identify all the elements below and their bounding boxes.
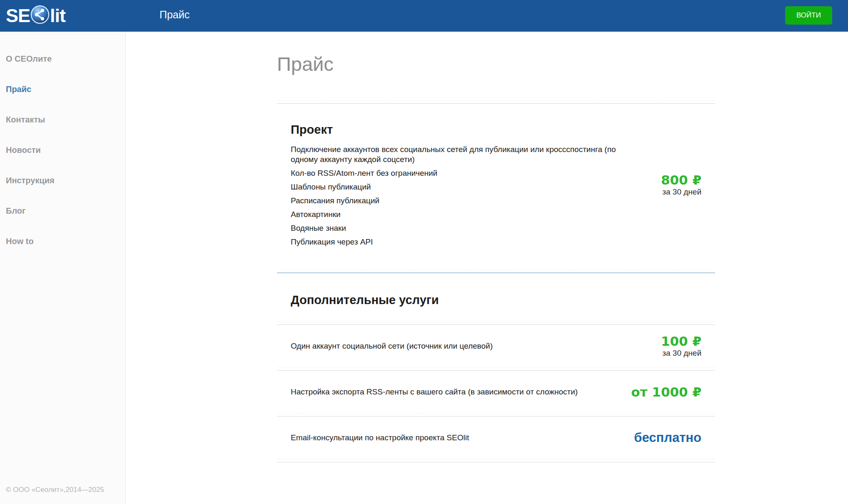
project-price-block: 800 ₽ за 30 дней xyxy=(661,173,701,197)
service-label: Один аккаунт социальной сети (источник и… xyxy=(291,341,493,351)
sidebar-item-blog[interactable]: Блог xyxy=(6,205,125,217)
services-heading: Дополнительные услуги xyxy=(291,292,701,307)
service-price-free: бесплатно xyxy=(634,431,701,444)
divider xyxy=(277,100,715,104)
header-page-title: Прайс xyxy=(160,9,190,21)
sidebar-item-howto[interactable]: How to xyxy=(6,236,125,247)
feature-item: Шаблоны публикаций xyxy=(291,182,624,192)
sidebar-item-instruction[interactable]: Инструкция xyxy=(6,175,125,186)
project-section: Проект Подключение аккаунтов всех социал… xyxy=(277,122,715,251)
service-price-period: за 30 дней xyxy=(661,348,701,358)
sidebar-item-price[interactable]: Прайс xyxy=(6,84,125,95)
divider xyxy=(277,459,715,462)
service-row: Один аккаунт социальной сети (источник и… xyxy=(277,325,715,367)
page-title: Прайс xyxy=(277,52,715,76)
feature-item: Автокартинки xyxy=(291,210,624,220)
service-price-block: 100 ₽ за 30 дней xyxy=(661,334,701,358)
feature-item: Расписания публикаций xyxy=(291,196,624,206)
logo-text-se: SE xyxy=(6,5,30,27)
service-price-block: бесплатно xyxy=(634,431,701,444)
sidebar-item-about[interactable]: О СЕОлите xyxy=(6,53,125,65)
feature-item: Кол-во RSS/Atom-лент без ограничений xyxy=(291,168,624,178)
logo-text-lit: lit xyxy=(50,5,65,27)
main-content: Прайс Проект Подключение аккаунтов всех … xyxy=(277,32,715,504)
feature-item: Водяные знаки xyxy=(291,223,624,233)
feature-item: Публикация через API xyxy=(291,237,624,247)
section-divider-blue xyxy=(277,269,715,273)
feature-list: Подключение аккаунтов всех социальных се… xyxy=(291,145,624,251)
feature-item: Подключение аккаунтов всех социальных се… xyxy=(291,145,624,165)
sidebar-item-contacts[interactable]: Контакты xyxy=(6,114,125,125)
service-row: Email-консультации по настройке проекта … xyxy=(277,417,715,459)
top-header: SE lit Прайс ВОЙТИ xyxy=(0,0,848,32)
sidebar-nav: О СЕОлите Прайс Контакты Новости Инструк… xyxy=(0,32,125,247)
divider xyxy=(277,413,715,417)
seolit-logo[interactable]: SE lit xyxy=(6,2,65,30)
divider xyxy=(277,367,715,371)
service-label: Настройка экспорта RSS-ленты с вашего са… xyxy=(291,387,578,397)
sidebar: О СЕОлите Прайс Контакты Новости Инструк… xyxy=(0,32,126,504)
service-label: Email-консультации по настройке проекта … xyxy=(291,433,469,443)
project-heading: Проект xyxy=(291,122,701,137)
project-price-period: за 30 дней xyxy=(661,187,701,197)
divider xyxy=(277,322,715,325)
services-section: Дополнительные услуги xyxy=(277,292,715,307)
service-price-block: от 1000 ₽ xyxy=(631,385,701,399)
service-price: 100 ₽ xyxy=(661,334,701,348)
sidebar-item-news[interactable]: Новости xyxy=(6,145,125,156)
service-price: от 1000 ₽ xyxy=(631,385,701,399)
service-row: Настройка экспорта RSS-ленты с вашего са… xyxy=(277,371,715,413)
project-price: 800 ₽ xyxy=(661,173,701,187)
copyright-notice: © ООО «Сеолит»,2014—2025 xyxy=(6,486,104,494)
globe-share-icon xyxy=(30,5,50,29)
project-body: Подключение аккаунтов всех социальных се… xyxy=(291,137,701,251)
login-button[interactable]: ВОЙТИ xyxy=(785,6,832,25)
